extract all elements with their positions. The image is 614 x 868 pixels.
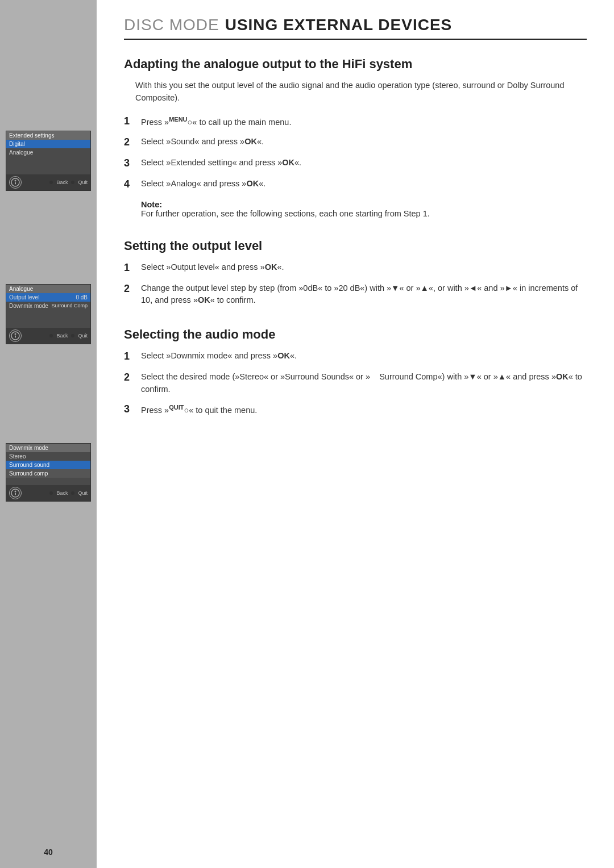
screen3-back-label: Back	[56, 490, 68, 496]
output-step-2: 2 Change the output level step by step (…	[124, 282, 587, 307]
audio-step-num-3: 3	[124, 402, 141, 417]
section-analogue: Adapting the analogue output to the HiFi…	[124, 57, 587, 218]
note-text: For further operation, see the following…	[141, 209, 430, 218]
screen2-downmix-label: Downmix mode	[9, 303, 48, 309]
step-num-4: 4	[124, 177, 141, 192]
analogue-step-2-text: Select »Sound« and press »OK«.	[141, 136, 587, 148]
screen2-output-value: 0 dB	[76, 294, 88, 301]
screen2-title: Analogue	[6, 285, 90, 293]
svg-point-7	[15, 491, 16, 493]
screen2-row-output: Output level 0 dB	[6, 293, 90, 302]
header-title: USING EXTERNAL DEVICES	[225, 16, 453, 34]
screen1-footer-controls: Back Quit	[49, 180, 88, 185]
screen3-footer-icon	[9, 487, 22, 499]
analogue-step-3-text: Select »Extended setting« and press »OK«…	[141, 157, 587, 169]
output-level-steps: 1 Select »Output level« and press »OK«. …	[124, 261, 587, 307]
screen3-item-surround-comp: Surround comp	[6, 469, 90, 478]
screen-mockup-1: Extended settings Digital Analogue Back …	[6, 131, 91, 191]
analogue-step-3: 3 Select »Extended setting« and press »O…	[124, 157, 587, 171]
analogue-intro: With this you set the output level of th…	[135, 80, 587, 105]
screen1-title: Extended settings	[6, 131, 90, 140]
audio-step-num-1: 1	[124, 349, 141, 364]
audio-step-3: 3 Press »QUIT○« to quit the menu.	[124, 403, 587, 417]
screen1-back-label: Back	[56, 180, 68, 185]
svg-rect-2	[15, 182, 16, 185]
analogue-step-2: 2 Select »Sound« and press »OK«.	[124, 136, 587, 150]
output-step-2-text: Change the output level step by step (fr…	[141, 282, 587, 307]
output-step-num-2: 2	[124, 281, 141, 297]
svg-rect-5	[15, 336, 16, 338]
screen3-footer: Back Quit	[6, 485, 90, 501]
svg-point-4	[15, 333, 16, 335]
analogue-steps: 1 Press »MENU○« to call up the main menu…	[124, 115, 587, 192]
screen1-item-digital: Digital	[6, 140, 90, 148]
audio-step-num-2: 2	[124, 370, 141, 385]
audio-step-1-text: Select »Downmix mode« and press »OK«.	[141, 350, 587, 362]
step-num-1: 1	[124, 114, 141, 129]
screen1-quit-label: Quit	[78, 180, 88, 185]
screen3-quit-label: Quit	[78, 490, 88, 496]
note-label: Note:	[141, 200, 162, 209]
screen1-item-analogue: Analogue	[6, 148, 90, 157]
screen2-back-label: Back	[56, 333, 68, 339]
page-header: DISC MODE USING EXTERNAL DEVICES	[124, 16, 587, 40]
screen-mockup-3: Downmix mode Stereo Surround sound Surro…	[6, 443, 91, 502]
svg-point-1	[15, 180, 16, 182]
main-content: DISC MODE USING EXTERNAL DEVICES Adaptin…	[97, 0, 614, 465]
disc-mode-label: DISC MODE	[124, 16, 219, 34]
analogue-step-4: 4 Select »Analog« and press »OK«.	[124, 178, 587, 192]
step-num-3: 3	[124, 156, 141, 171]
screen-mockup-2: Analogue Output level 0 dB Downmix mode …	[6, 284, 91, 344]
step-num-2: 2	[124, 135, 141, 150]
section-output-level: Setting the output level 1 Select »Outpu…	[124, 239, 587, 307]
output-step-num-1: 1	[124, 260, 141, 276]
screen2-footer-controls: Back Quit	[49, 333, 88, 339]
audio-step-1: 1 Select »Downmix mode« and press »OK«.	[124, 350, 587, 364]
screen2-footer-icon	[9, 329, 22, 342]
svg-rect-8	[15, 493, 16, 495]
section-audio-mode-heading: Selecting the audio mode	[124, 327, 587, 342]
audio-step-3-text: Press »QUIT○« to quit the menu.	[141, 403, 587, 417]
audio-mode-steps: 1 Select »Downmix mode« and press »OK«. …	[124, 350, 587, 417]
output-step-1: 1 Select »Output level« and press »OK«.	[124, 261, 587, 276]
screen2-row-downmix: Downmix mode Surround Comp	[6, 302, 90, 310]
output-step-1-text: Select »Output level« and press »OK«.	[141, 261, 587, 274]
screen2-quit-label: Quit	[78, 333, 88, 339]
screen2-downmix-value: Surround Comp	[51, 303, 88, 309]
section-output-level-heading: Setting the output level	[124, 239, 587, 253]
screen1-footer: Back Quit	[6, 174, 90, 190]
section-analogue-heading: Adapting the analogue output to the HiFi…	[124, 57, 587, 72]
analogue-step-1-text: Press »MENU○« to call up the main menu.	[141, 115, 587, 129]
section-audio-mode: Selecting the audio mode 1 Select »Downm…	[124, 327, 587, 417]
screen3-item-surround-sound: Surround sound	[6, 461, 90, 469]
analogue-step-4-text: Select »Analog« and press »OK«.	[141, 178, 587, 190]
analogue-step-1: 1 Press »MENU○« to call up the main menu…	[124, 115, 587, 129]
screen3-item-stereo: Stereo	[6, 452, 90, 461]
audio-step-2: 2 Select the desired mode (»Stereo« or »…	[124, 371, 587, 396]
screen3-footer-controls: Back Quit	[49, 490, 88, 496]
screen1-footer-icon	[9, 176, 22, 189]
page-number: 40	[0, 848, 97, 857]
audio-step-2-text: Select the desired mode (»Stereo« or »Su…	[141, 371, 587, 396]
note-block: Note: For further operation, see the fol…	[141, 200, 587, 218]
screen2-output-label: Output level	[9, 294, 39, 301]
screen2-footer: Back Quit	[6, 328, 90, 344]
screen3-title: Downmix mode	[6, 444, 90, 452]
